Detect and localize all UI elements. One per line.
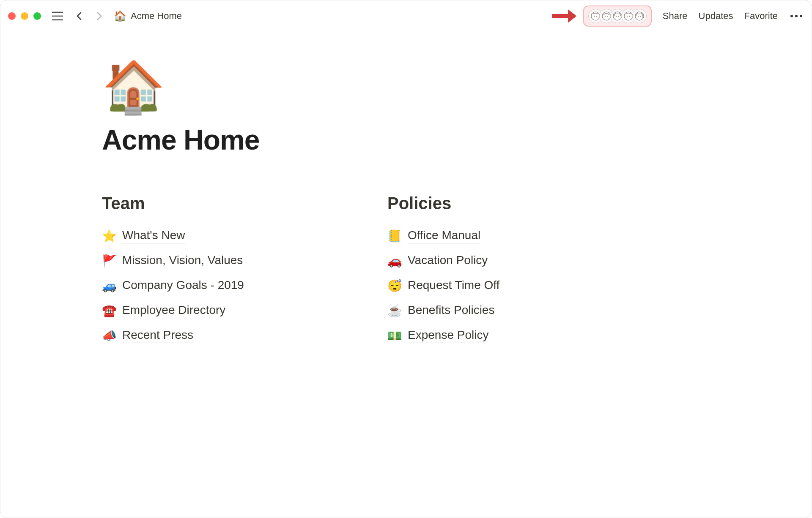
page-link-label: Recent Press xyxy=(122,328,193,343)
flag-icon: 🚩 xyxy=(102,254,116,268)
arrow-right-icon xyxy=(552,8,578,25)
app-window: 🏠 Acme Home xyxy=(0,0,812,518)
page-link-vacation-policy[interactable]: 🚗 Vacation Policy xyxy=(387,254,635,268)
car-icon: 🚙 xyxy=(102,279,116,293)
page-link-label: What's New xyxy=(122,229,185,243)
svg-point-11 xyxy=(616,16,617,17)
page-link-label: Benefits Policies xyxy=(408,303,494,318)
top-bar: 🏠 Acme Home xyxy=(0,0,812,32)
page-link-label: Request Time Off xyxy=(408,278,499,293)
ellipsis-icon xyxy=(790,14,803,18)
svg-point-20 xyxy=(795,15,798,17)
link-list: ⭐ What's New 🚩 Mission, Vision, Values 🚙… xyxy=(102,229,349,343)
page-link-recent-press[interactable]: 📣 Recent Press xyxy=(102,328,349,343)
favorite-button[interactable]: Favorite xyxy=(744,11,778,22)
breadcrumb-title: Acme Home xyxy=(131,11,182,22)
page-link-company-goals[interactable]: 🚙 Company Goals - 2019 xyxy=(102,278,349,293)
svg-point-4 xyxy=(591,12,600,20)
column-team: Team ⭐ What's New 🚩 Mission, Vision, Val… xyxy=(102,194,349,343)
topbar-right: Share Updates Favorite xyxy=(552,5,804,27)
breadcrumb-icon: 🏠 xyxy=(114,10,126,22)
sleeping-face-icon: 😴 xyxy=(387,279,402,293)
sidebar-toggle-button[interactable] xyxy=(50,9,65,23)
page-link-label: Mission, Vision, Values xyxy=(122,254,243,268)
updates-button[interactable]: Updates xyxy=(699,11,733,22)
page-icon[interactable]: 🏠 xyxy=(102,61,635,112)
svg-point-5 xyxy=(594,16,595,17)
face-icon xyxy=(634,11,645,21)
svg-point-6 xyxy=(596,16,597,17)
presence-avatars[interactable] xyxy=(583,5,652,27)
page-title[interactable]: Acme Home xyxy=(102,124,635,156)
page-link-label: Company Goals - 2019 xyxy=(122,278,244,293)
page-link-benefits-policies[interactable]: ☕ Benefits Policies xyxy=(387,303,635,318)
window-controls xyxy=(8,12,41,20)
page-link-mission-vision-values[interactable]: 🚩 Mission, Vision, Values xyxy=(102,254,349,268)
page-link-whats-new[interactable]: ⭐ What's New xyxy=(102,229,349,243)
page-link-expense-policy[interactable]: 💵 Expense Policy xyxy=(387,328,635,343)
columns: Team ⭐ What's New 🚩 Mission, Vision, Val… xyxy=(102,194,635,343)
svg-point-15 xyxy=(629,16,630,17)
svg-point-9 xyxy=(607,16,608,17)
star-icon: ⭐ xyxy=(102,229,116,243)
page-link-label: Office Manual xyxy=(408,229,480,243)
coffee-icon: ☕ xyxy=(387,304,402,318)
nav-forward-button[interactable] xyxy=(92,9,106,23)
svg-point-18 xyxy=(640,16,641,17)
telephone-icon: ☎️ xyxy=(102,304,116,318)
page-link-office-manual[interactable]: 📒 Office Manual xyxy=(387,229,635,243)
column-heading-team[interactable]: Team xyxy=(102,194,349,220)
page-link-label: Employee Directory xyxy=(122,303,225,318)
avatar xyxy=(632,9,647,23)
megaphone-icon: 📣 xyxy=(102,329,116,343)
svg-point-14 xyxy=(627,16,628,17)
page-link-label: Expense Policy xyxy=(408,328,488,343)
svg-point-12 xyxy=(618,16,619,17)
presence-highlight xyxy=(552,5,652,27)
column-policies: Policies 📒 Office Manual 🚗 Vacation Poli… xyxy=(387,194,635,343)
money-icon: 💵 xyxy=(387,329,402,343)
maximize-window-button[interactable] xyxy=(33,12,41,20)
svg-point-19 xyxy=(790,15,793,17)
breadcrumb[interactable]: 🏠 Acme Home xyxy=(114,10,182,22)
column-heading-policies[interactable]: Policies xyxy=(387,194,635,220)
svg-point-21 xyxy=(800,15,802,17)
close-window-button[interactable] xyxy=(8,12,16,20)
svg-point-8 xyxy=(605,16,606,17)
minimize-window-button[interactable] xyxy=(21,12,28,20)
notebook-icon: 📒 xyxy=(387,229,402,243)
more-menu-button[interactable] xyxy=(789,14,804,18)
svg-point-17 xyxy=(638,16,639,17)
page-link-employee-directory[interactable]: ☎️ Employee Directory xyxy=(102,303,349,318)
car-icon: 🚗 xyxy=(387,254,402,268)
page-content: 🏠 Acme Home Team ⭐ What's New 🚩 Mission,… xyxy=(0,32,812,518)
page-inner: 🏠 Acme Home Team ⭐ What's New 🚩 Mission,… xyxy=(102,61,635,343)
page-link-request-time-off[interactable]: 😴 Request Time Off xyxy=(387,278,635,293)
share-button[interactable]: Share xyxy=(663,11,688,22)
page-link-label: Vacation Policy xyxy=(408,254,488,268)
link-list: 📒 Office Manual 🚗 Vacation Policy 😴 Requ… xyxy=(387,229,635,343)
nav-back-button[interactable] xyxy=(72,9,87,23)
